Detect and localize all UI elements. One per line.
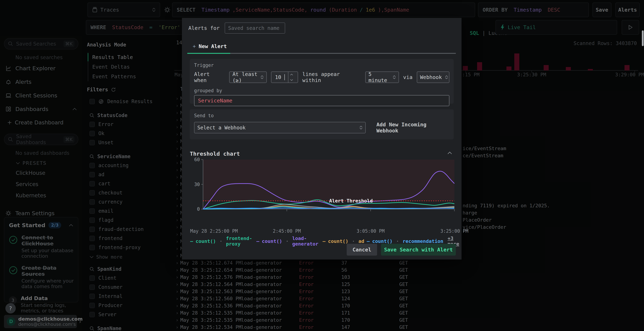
threshold-x-label: 2:45:00 PM xyxy=(273,228,301,234)
grouped-by-input[interactable]: ServiceName xyxy=(194,95,449,106)
interval-value: 5 minute xyxy=(368,71,390,83)
active-tab-indicator xyxy=(187,53,230,54)
legend-dot: · xyxy=(351,238,356,244)
webhook-placeholder: Select a Webhook xyxy=(197,125,246,131)
cancel-label: Cancel xyxy=(352,247,371,253)
cancel-button[interactable]: Cancel xyxy=(347,244,377,256)
legend-fn: count() xyxy=(262,238,282,244)
legend-service[interactable]: frontend-proxy xyxy=(226,236,254,247)
legend-dash-icon: — xyxy=(367,238,370,244)
grouped-by-value: ServiceName xyxy=(198,98,232,104)
threshold-chart: 03060Alert Threshold xyxy=(190,156,458,217)
stepper-up-icon[interactable] xyxy=(290,74,293,75)
select-carets-icon xyxy=(393,75,396,79)
trigger-label: Trigger xyxy=(194,62,449,68)
tab-new-alert[interactable]: + New Alert xyxy=(193,43,227,49)
threshold-chart-title: Threshold chart xyxy=(190,150,240,157)
threshold-x-label: 3:25:00 PM xyxy=(440,228,468,234)
modal-title: Alerts for xyxy=(188,25,220,31)
svg-text:Alert Threshold: Alert Threshold xyxy=(329,198,373,204)
save-search-with-alert-button[interactable]: Save Search with Alert xyxy=(381,244,456,256)
legend-dash-icon: — xyxy=(190,238,193,244)
legend-dot: · xyxy=(284,238,290,244)
select-carets-icon xyxy=(445,75,448,79)
trigger-section: Trigger Alert when At least (≥) 10 lines… xyxy=(190,59,454,104)
legend-dot: · xyxy=(218,238,224,244)
threshold-value: 10 xyxy=(274,74,281,80)
add-webhook-button[interactable]: Add New Incoming Webhook xyxy=(376,122,449,134)
send-to-section: Send to Select a Webhook Add New Incomin… xyxy=(190,109,454,139)
channel-select[interactable]: Webhook xyxy=(417,71,449,83)
legend-fn: count() xyxy=(372,238,392,244)
stepper-down-icon[interactable] xyxy=(290,79,293,81)
condition-value: At least (≥) xyxy=(232,71,258,83)
text-cursor xyxy=(284,74,285,80)
legend-dash-icon: — xyxy=(256,238,259,244)
svg-text:0: 0 xyxy=(197,206,200,212)
number-stepper[interactable] xyxy=(288,72,295,83)
condition-select[interactable]: At least (≥) xyxy=(229,71,267,83)
threshold-x-label: May 28 2:25:00 PM xyxy=(190,228,238,234)
threshold-x-label: 3:05:00 PM xyxy=(356,228,384,234)
grouped-by-label: grouped by xyxy=(194,88,449,93)
legend-service[interactable]: recommendation xyxy=(402,238,443,244)
interval-select[interactable]: 5 minute xyxy=(365,71,399,83)
lines-within-label: lines appear within xyxy=(302,71,361,83)
save-alert-label: Save Search with Alert xyxy=(384,247,453,253)
help-label: ? xyxy=(9,305,12,312)
legend-service[interactable]: ad xyxy=(358,238,364,244)
threshold-value-input[interactable]: 10 xyxy=(271,71,298,83)
plus-icon: + xyxy=(193,43,196,49)
alert-when-label: Alert when xyxy=(194,71,225,83)
select-carets-icon xyxy=(360,126,362,129)
select-carets-icon xyxy=(261,75,264,79)
legend-dash-icon: — xyxy=(322,238,326,244)
via-label: via xyxy=(403,74,412,80)
saved-search-name-input[interactable] xyxy=(225,22,285,34)
new-alert-tab-label: New Alert xyxy=(198,43,227,49)
channel-value: Webhook xyxy=(420,74,442,80)
collapse-chart-icon[interactable] xyxy=(447,152,452,154)
scrollbar-thumb[interactable] xyxy=(642,30,644,46)
legend-fn: count() xyxy=(196,238,216,244)
legend-service[interactable]: load-generator xyxy=(292,236,320,247)
help-button[interactable]: ? xyxy=(5,303,16,314)
alert-modal: Alerts for + New Alert Trigger Alert whe… xyxy=(182,18,462,260)
tab-divider xyxy=(187,53,456,54)
legend-dot: · xyxy=(395,238,400,244)
legend-fn: count() xyxy=(328,238,348,244)
svg-text:30: 30 xyxy=(194,182,200,187)
webhook-select[interactable]: Select a Webhook xyxy=(194,122,366,133)
svg-text:60: 60 xyxy=(194,157,200,162)
send-to-label: Send to xyxy=(194,113,449,118)
